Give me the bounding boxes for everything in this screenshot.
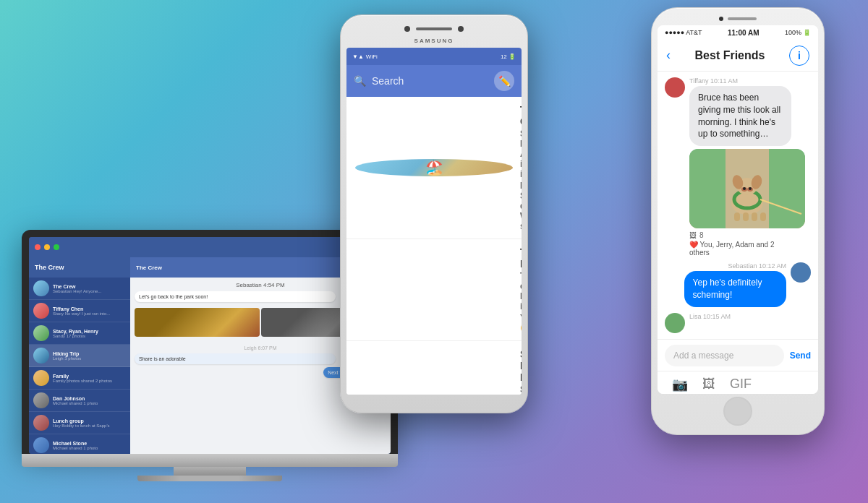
laptop-chat-text: Michael Stone Michael shared 1 photo — [53, 441, 126, 450]
iphone-photo-count: 🖼 8 — [689, 231, 791, 239]
android-searchbar[interactable]: 🔍 Search ✏️ — [346, 65, 522, 97]
laptop-base — [22, 454, 398, 467]
iphone-message-sender: Lisa — [689, 313, 702, 320]
android-chat-avatar: 🏖️ — [355, 159, 513, 176]
laptop-chat-avatar — [33, 325, 49, 341]
laptop-chat-item[interactable]: Dan Johnson Michael shared 1 photo — [29, 390, 130, 412]
laptop-chat-preview: Hey Bobby to lunch at Sapp's — [53, 424, 126, 428]
android-device: SAMSUNG ▼▲ WiFi 12 🔋 🔍 Search ✏️ — [340, 14, 528, 413]
iphone-message-meta: Lisa 10:15 AM — [689, 313, 731, 320]
laptop-chat-item[interactable]: Family Family photos shared 2 photos — [29, 367, 130, 390]
iphone-device: ●●●●● AT&T 11:00 AM 100% 🔋 ‹ Best Friend… — [651, 7, 825, 435]
laptop-chat-item[interactable]: Lunch group Hey Bobby to lunch at Sapp's — [29, 412, 130, 434]
laptop-chat-item[interactable]: Stacy, Ryan, Henry Sandy 17 photos — [29, 322, 130, 345]
laptop-chat-text: Hiking Trip Leigh 3 photos — [53, 351, 126, 361]
android-chat-info: Tiffany Lee 11:36 A Tiffany I can't beli… — [520, 246, 522, 333]
laptop-chat-text: Stacy, Ryan, Henry Sandy 17 photos — [53, 329, 126, 338]
laptop-chat-avatar — [33, 370, 49, 386]
laptop-chat-name: Lunch group — [53, 418, 126, 424]
photo-count-label: 8 — [699, 231, 704, 239]
iphone-conversation-title: Best Friends — [695, 49, 765, 62]
iphone-message-row: Lisa 10:15 AM — [665, 313, 811, 333]
iphone-message-content: Tiffany 10:11 AM Bruce has been giving m… — [689, 77, 791, 257]
iphone-screen: ●●●●● AT&T 11:00 AM 100% 🔋 ‹ Best Friend… — [658, 25, 818, 394]
svg-rect-13 — [743, 212, 749, 221]
iphone-back-button[interactable]: ‹ — [666, 48, 671, 63]
laptop-chat-text: Lunch group Hey Bobby to lunch at Sapp's — [53, 418, 126, 428]
iphone-messages: Tiffany 10:11 AM Bruce has been giving m… — [658, 72, 818, 339]
iphone-input-placeholder: Add a message — [673, 351, 733, 361]
laptop-chat-item-active[interactable]: Hiking Trip Leigh 3 photos — [29, 345, 130, 367]
iphone-info-button[interactable]: i — [789, 46, 809, 66]
laptop-chat-preview: Leigh 3 photos — [53, 356, 126, 361]
laptop-chat-avatar — [33, 415, 49, 431]
iphone-home-button[interactable] — [723, 397, 752, 426]
iphone-message-row: Tiffany 10:11 AM Bruce has been giving m… — [665, 77, 811, 257]
android-camera — [404, 26, 410, 32]
android-search-input[interactable]: Search — [372, 75, 404, 87]
photo-library-icon[interactable]: 🖼 — [702, 377, 715, 392]
camera-icon[interactable]: 📷 — [672, 377, 688, 392]
android-bottom-bezel — [346, 395, 522, 402]
android-chat-row[interactable]: Stacy, Ryan, Henry 8:42 A Stacy That's s… — [346, 341, 522, 395]
gif-icon[interactable]: GIF — [730, 377, 752, 392]
laptop-chat-item[interactable]: Tiffany Chen Stacy No way! I just ran in… — [29, 300, 130, 322]
android-chat-preview: Stacy That's so cool! — [520, 384, 522, 395]
info-icon: i — [798, 50, 801, 61]
android-preview-sender: Tiffany — [520, 271, 522, 281]
android-preview-text: Hey! Anyone interested in... — [520, 139, 522, 179]
iphone-message-sender: Tiffany — [689, 77, 709, 85]
iphone-message-time: 10:12 AM — [759, 262, 786, 270]
laptop-screen: The Crew The Crew Sebastian Hey! Anyone.… — [29, 237, 391, 454]
photo-icon: 🖼 — [689, 231, 697, 239]
android-wifi-icon: WiFi — [366, 53, 378, 60]
iphone-message-input[interactable]: Add a message — [665, 345, 784, 366]
minimize-icon — [44, 244, 50, 250]
iphone-battery-label: 100% — [785, 29, 801, 36]
iphone-battery: 100% 🔋 — [785, 29, 811, 36]
laptop-stand — [174, 467, 246, 476]
android-status-left: ▼▲ WiFi — [352, 53, 378, 60]
laptop-chat-avatar — [33, 280, 49, 296]
iphone-send-button[interactable]: Send — [790, 351, 811, 361]
iphone-header: ‹ Best Friends i — [658, 40, 818, 72]
iphone-carrier: ●●●●● AT&T — [665, 29, 702, 36]
android-chat-row[interactable]: Tiffany Lee 11:36 A Tiffany I can't beli… — [346, 239, 522, 341]
iphone-time: 11:00 AM — [728, 29, 760, 37]
laptop-chat-item[interactable]: The Crew Sebastian Hey! Anyone... — [29, 278, 130, 300]
chevron-left-icon: ‹ — [666, 48, 671, 63]
android-preview-sender2: You — [520, 313, 522, 323]
android-body: SAMSUNG ▼▲ WiFi 12 🔋 🔍 Search ✏️ — [340, 14, 528, 413]
android-chat-info: Stacy, Ryan, Henry 8:42 A Stacy That's s… — [520, 348, 522, 395]
laptop-chat-name: Family — [53, 374, 126, 379]
laptop-chat-name: The Crew — [53, 284, 126, 289]
laptop-titlebar — [29, 237, 391, 257]
android-chat-preview2: Leigh Sure, I'm down. Where should... — [520, 181, 522, 231]
android-compose-button[interactable]: ✏️ — [494, 71, 514, 91]
iphone-body: ●●●●● AT&T 11:00 AM 100% 🔋 ‹ Best Friend… — [651, 7, 825, 435]
android-speaker — [416, 27, 452, 30]
compose-icon: ✏️ — [498, 75, 511, 87]
android-chat-row[interactable]: 🏖️ The Crew N Sebastian Hey! Anyone inte… — [346, 97, 522, 239]
laptop-sidebar: The Crew The Crew Sebastian Hey! Anyone.… — [29, 257, 130, 454]
android-chat-preview2: You No way! 😲 — [520, 313, 522, 333]
laptop-app-name: The Crew — [35, 264, 64, 271]
iphone-message-content: Sebastian 10:12 AM Yep he's definitely s… — [684, 262, 786, 307]
laptop-chat-name: Tiffany Chen — [53, 306, 126, 311]
laptop-chat-preview: Sandy 17 photos — [53, 334, 126, 338]
svg-rect-12 — [734, 212, 740, 221]
android-brand-label: SAMSUNG — [346, 38, 522, 44]
laptop-chat-item[interactable]: Michael Stone Michael shared 1 photo — [29, 434, 130, 454]
laptop-chat-avatar — [33, 348, 49, 364]
battery-icon: 🔋 — [803, 29, 811, 36]
laptop-content: The Crew The Crew Sebastian Hey! Anyone.… — [29, 257, 391, 454]
laptop-foot — [137, 476, 282, 481]
iphone-message-bubble: Bruce has been giving me this look all m… — [689, 86, 791, 146]
laptop-chat-avatar — [33, 303, 49, 319]
android-preview-sender: Stacy — [520, 384, 522, 395]
laptop-chat-name: Stacy, Ryan, Henry — [53, 329, 126, 334]
android-sensor — [458, 26, 464, 32]
dog-photo-visual — [689, 149, 805, 228]
iphone-message-sender: Sebastian — [728, 262, 757, 270]
iphone-statusbar: ●●●●● AT&T 11:00 AM 100% 🔋 — [658, 25, 818, 40]
